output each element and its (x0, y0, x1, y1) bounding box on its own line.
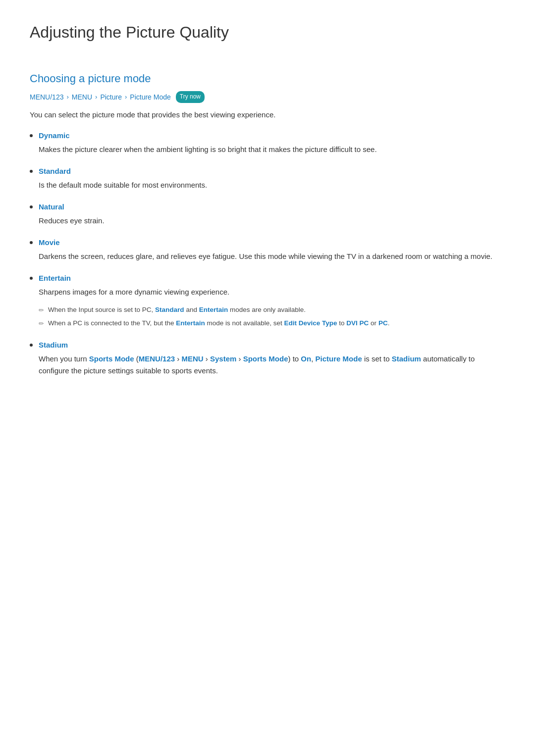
highlight-on: On (301, 354, 311, 363)
bullet-dot (30, 134, 33, 137)
note-text-2: When a PC is connected to the TV, but th… (48, 318, 389, 328)
highlight-dvi-pc: DVI PC (346, 319, 369, 327)
bullet-dot (30, 344, 33, 347)
breadcrumb-menu[interactable]: MENU (72, 92, 92, 102)
highlight-edit-device: Edit Device Type (284, 319, 337, 327)
mode-movie: Movie Darkens the screen, reduces glare,… (39, 237, 505, 269)
notes-list: ✏ When the Input source is set to PC, St… (39, 305, 505, 330)
breadcrumb: MENU/123 › MENU › Picture › Picture Mode… (30, 91, 505, 102)
intro-text: You can select the picture mode that pro… (30, 109, 505, 121)
mode-desc-dynamic: Makes the picture clearer when the ambie… (39, 144, 505, 155)
list-item: Natural Reduces eye strain. (30, 201, 505, 234)
highlight-menu-stadium: MENU (181, 354, 203, 363)
mode-standard: Standard Is the default mode suitable fo… (39, 165, 505, 198)
list-item: Entertain Sharpens images for a more dyn… (30, 272, 505, 337)
mode-term-dynamic: Dynamic (39, 131, 70, 140)
breadcrumb-sep-1: › (66, 92, 68, 102)
bullet-dot (30, 170, 33, 173)
arrow: › (177, 354, 179, 363)
note-item: ✏ When the Input source is set to PC, St… (39, 305, 505, 316)
mode-desc-movie: Darkens the screen, reduces glare, and r… (39, 251, 505, 262)
breadcrumb-picture[interactable]: Picture (100, 92, 122, 102)
list-item: Movie Darkens the screen, reduces glare,… (30, 237, 505, 269)
mode-natural: Natural Reduces eye strain. (39, 201, 505, 234)
highlight-pc: PC (378, 319, 388, 327)
note-text-1: When the Input source is set to PC, Stan… (48, 305, 306, 315)
mode-term-stadium: Stadium (39, 341, 68, 349)
bullet-dot (30, 241, 33, 244)
breadcrumb-menu123[interactable]: MENU/123 (30, 92, 63, 102)
mode-desc-standard: Is the default mode suitable for most en… (39, 179, 505, 191)
breadcrumb-picture-mode[interactable]: Picture Mode (130, 92, 170, 102)
page-title: Adjusting the Picture Quality (30, 20, 505, 50)
highlight-stadium: Stadium (392, 354, 421, 363)
mode-term-entertain: Entertain (39, 274, 71, 282)
note-item: ✏ When a PC is connected to the TV, but … (39, 318, 505, 329)
mode-desc-stadium: When you turn Sports Mode (MENU/123 › ME… (39, 353, 505, 377)
list-item: Stadium When you turn Sports Mode (MENU/… (30, 339, 505, 384)
highlight-picture-mode: Picture Mode (316, 354, 362, 363)
try-now-badge[interactable]: Try now (176, 91, 205, 102)
arrow: › (239, 354, 241, 363)
highlight-sports-mode-2: Sports Mode (243, 354, 288, 363)
pencil-icon: ✏ (39, 305, 44, 316)
breadcrumb-sep-3: › (125, 92, 127, 102)
highlight-menu123-stadium: MENU/123 (139, 354, 175, 363)
arrow: › (206, 354, 208, 363)
mode-term-natural: Natural (39, 202, 64, 211)
mode-term-standard: Standard (39, 167, 71, 175)
list-item: Standard Is the default mode suitable fo… (30, 165, 505, 198)
bullet-dot (30, 205, 33, 208)
highlight-standard: Standard (155, 306, 184, 313)
mode-list: Dynamic Makes the picture clearer when t… (30, 130, 505, 384)
breadcrumb-sep-2: › (95, 92, 97, 102)
mode-dynamic: Dynamic Makes the picture clearer when t… (39, 130, 505, 162)
mode-term-movie: Movie (39, 238, 60, 247)
highlight-entertain: Entertain (199, 306, 228, 313)
highlight-system: System (210, 354, 236, 363)
mode-desc-natural: Reduces eye strain. (39, 215, 505, 227)
mode-stadium: Stadium When you turn Sports Mode (MENU/… (39, 339, 505, 384)
bullet-dot (30, 277, 33, 280)
pencil-icon: ✏ (39, 319, 44, 329)
highlight-entertain-2: Entertain (176, 319, 205, 327)
highlight-sports-mode: Sports Mode (89, 354, 134, 363)
list-item: Dynamic Makes the picture clearer when t… (30, 130, 505, 162)
section-title: Choosing a picture mode (30, 70, 505, 87)
mode-entertain: Entertain Sharpens images for a more dyn… (39, 272, 505, 337)
mode-desc-entertain: Sharpens images for a more dynamic viewi… (39, 286, 505, 298)
